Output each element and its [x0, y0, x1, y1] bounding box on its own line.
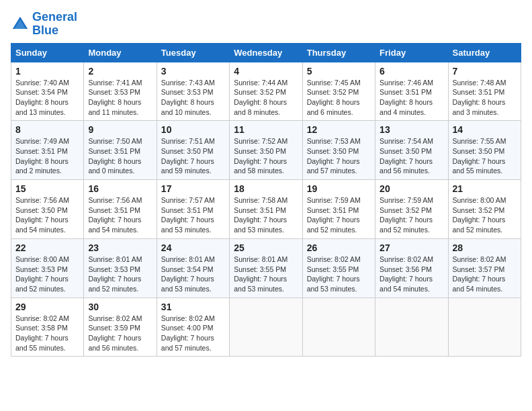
calendar-cell: 24Sunrise: 8:01 AM Sunset: 3:54 PM Dayli… — [157, 238, 229, 298]
calendar-cell: 11Sunrise: 7:52 AM Sunset: 3:50 PM Dayli… — [230, 121, 302, 180]
day-number: 24 — [161, 242, 225, 253]
day-number: 15 — [15, 183, 79, 194]
day-number: 27 — [380, 242, 443, 253]
calendar-cell — [448, 298, 521, 357]
day-number: 31 — [161, 302, 225, 312]
calendar-week-row: 8Sunrise: 7:49 AM Sunset: 3:51 PM Daylig… — [11, 121, 521, 180]
day-number: 20 — [380, 183, 443, 194]
calendar-cell: 21Sunrise: 8:00 AM Sunset: 3:52 PM Dayli… — [448, 180, 521, 239]
header: General Blue — [11, 11, 521, 38]
day-number: 19 — [307, 183, 371, 194]
day-number: 11 — [234, 124, 298, 135]
day-number: 13 — [380, 124, 443, 135]
day-number: 22 — [15, 242, 79, 253]
day-info: Sunrise: 7:51 AM Sunset: 3:50 PM Dayligh… — [161, 136, 225, 176]
day-number: 3 — [161, 66, 225, 77]
calendar-cell: 16Sunrise: 7:56 AM Sunset: 3:51 PM Dayli… — [84, 180, 157, 239]
day-info: Sunrise: 7:43 AM Sunset: 3:53 PM Dayligh… — [161, 78, 225, 118]
day-number: 10 — [161, 124, 225, 135]
day-info: Sunrise: 7:44 AM Sunset: 3:52 PM Dayligh… — [234, 78, 298, 118]
day-info: Sunrise: 7:54 AM Sunset: 3:50 PM Dayligh… — [380, 136, 443, 176]
calendar-cell: 8Sunrise: 7:49 AM Sunset: 3:51 PM Daylig… — [11, 121, 84, 180]
calendar-cell: 19Sunrise: 7:59 AM Sunset: 3:51 PM Dayli… — [302, 180, 375, 239]
calendar-cell: 27Sunrise: 8:02 AM Sunset: 3:56 PM Dayli… — [375, 238, 448, 298]
day-info: Sunrise: 7:49 AM Sunset: 3:51 PM Dayligh… — [15, 136, 79, 176]
calendar-cell: 30Sunrise: 8:02 AM Sunset: 3:59 PM Dayli… — [84, 298, 157, 357]
day-number: 9 — [88, 124, 152, 135]
weekday-header: Wednesday — [230, 43, 302, 62]
calendar-cell — [302, 298, 375, 357]
day-info: Sunrise: 8:02 AM Sunset: 3:57 PM Dayligh… — [453, 255, 517, 294]
calendar-cell: 15Sunrise: 7:56 AM Sunset: 3:50 PM Dayli… — [11, 180, 84, 239]
day-number: 29 — [15, 302, 79, 312]
day-info: Sunrise: 8:02 AM Sunset: 4:00 PM Dayligh… — [161, 314, 225, 353]
calendar-cell: 1Sunrise: 7:40 AM Sunset: 3:54 PM Daylig… — [11, 62, 84, 121]
day-info: Sunrise: 8:01 AM Sunset: 3:55 PM Dayligh… — [234, 255, 298, 294]
calendar-cell: 13Sunrise: 7:54 AM Sunset: 3:50 PM Dayli… — [375, 121, 448, 180]
day-number: 1 — [15, 66, 79, 77]
calendar-cell: 20Sunrise: 7:59 AM Sunset: 3:52 PM Dayli… — [375, 180, 448, 239]
calendar-cell: 3Sunrise: 7:43 AM Sunset: 3:53 PM Daylig… — [157, 62, 229, 121]
calendar-week-row: 29Sunrise: 8:02 AM Sunset: 3:58 PM Dayli… — [11, 298, 521, 357]
day-number: 16 — [88, 183, 152, 194]
day-number: 26 — [307, 242, 371, 253]
calendar-week-row: 1Sunrise: 7:40 AM Sunset: 3:54 PM Daylig… — [11, 62, 521, 121]
day-info: Sunrise: 7:57 AM Sunset: 3:51 PM Dayligh… — [161, 195, 225, 235]
day-info: Sunrise: 8:02 AM Sunset: 3:56 PM Dayligh… — [380, 255, 443, 294]
day-info: Sunrise: 7:48 AM Sunset: 3:51 PM Dayligh… — [453, 78, 517, 118]
calendar-cell — [375, 298, 448, 357]
weekday-header: Friday — [375, 43, 448, 62]
day-number: 30 — [88, 302, 152, 312]
day-number: 12 — [307, 124, 371, 135]
day-info: Sunrise: 8:02 AM Sunset: 3:55 PM Dayligh… — [307, 255, 371, 294]
logo: General Blue — [11, 11, 77, 38]
day-info: Sunrise: 8:00 AM Sunset: 3:53 PM Dayligh… — [15, 255, 79, 294]
weekday-header: Saturday — [448, 43, 521, 62]
day-info: Sunrise: 7:53 AM Sunset: 3:50 PM Dayligh… — [307, 136, 371, 176]
day-info: Sunrise: 8:02 AM Sunset: 3:58 PM Dayligh… — [15, 314, 79, 353]
day-info: Sunrise: 7:46 AM Sunset: 3:51 PM Dayligh… — [380, 78, 443, 118]
calendar-cell: 14Sunrise: 7:55 AM Sunset: 3:50 PM Dayli… — [448, 121, 521, 180]
day-info: Sunrise: 8:01 AM Sunset: 3:54 PM Dayligh… — [161, 255, 225, 294]
day-info: Sunrise: 7:45 AM Sunset: 3:52 PM Dayligh… — [307, 78, 371, 118]
day-info: Sunrise: 7:58 AM Sunset: 3:51 PM Dayligh… — [234, 195, 298, 235]
calendar-cell: 10Sunrise: 7:51 AM Sunset: 3:50 PM Dayli… — [157, 121, 229, 180]
day-number: 7 — [453, 66, 517, 77]
day-number: 28 — [453, 242, 517, 253]
day-info: Sunrise: 8:01 AM Sunset: 3:53 PM Dayligh… — [88, 255, 152, 294]
calendar-cell: 23Sunrise: 8:01 AM Sunset: 3:53 PM Dayli… — [84, 238, 157, 298]
calendar-cell — [230, 298, 302, 357]
calendar-week-row: 15Sunrise: 7:56 AM Sunset: 3:50 PM Dayli… — [11, 180, 521, 239]
day-number: 25 — [234, 242, 298, 253]
calendar-cell: 4Sunrise: 7:44 AM Sunset: 3:52 PM Daylig… — [230, 62, 302, 121]
day-info: Sunrise: 7:59 AM Sunset: 3:51 PM Dayligh… — [307, 195, 371, 235]
calendar-week-row: 22Sunrise: 8:00 AM Sunset: 3:53 PM Dayli… — [11, 238, 521, 298]
calendar-cell: 26Sunrise: 8:02 AM Sunset: 3:55 PM Dayli… — [302, 238, 375, 298]
calendar-cell: 25Sunrise: 8:01 AM Sunset: 3:55 PM Dayli… — [230, 238, 302, 298]
calendar-cell: 31Sunrise: 8:02 AM Sunset: 4:00 PM Dayli… — [157, 298, 229, 357]
day-info: Sunrise: 7:41 AM Sunset: 3:53 PM Dayligh… — [88, 78, 152, 118]
weekday-header: Tuesday — [157, 43, 229, 62]
calendar-header-row: SundayMondayTuesdayWednesdayThursdayFrid… — [11, 43, 521, 62]
calendar-cell: 28Sunrise: 8:02 AM Sunset: 3:57 PM Dayli… — [448, 238, 521, 298]
day-number: 14 — [453, 124, 517, 135]
day-number: 6 — [380, 66, 443, 77]
calendar-cell: 22Sunrise: 8:00 AM Sunset: 3:53 PM Dayli… — [11, 238, 84, 298]
day-info: Sunrise: 7:52 AM Sunset: 3:50 PM Dayligh… — [234, 136, 298, 176]
calendar-cell: 29Sunrise: 8:02 AM Sunset: 3:58 PM Dayli… — [11, 298, 84, 357]
day-number: 23 — [88, 242, 152, 253]
calendar-cell: 17Sunrise: 7:57 AM Sunset: 3:51 PM Dayli… — [157, 180, 229, 239]
weekday-header: Sunday — [11, 43, 84, 62]
day-info: Sunrise: 7:56 AM Sunset: 3:51 PM Dayligh… — [88, 195, 152, 235]
calendar-cell: 2Sunrise: 7:41 AM Sunset: 3:53 PM Daylig… — [84, 62, 157, 121]
calendar-cell: 18Sunrise: 7:58 AM Sunset: 3:51 PM Dayli… — [230, 180, 302, 239]
calendar-table: SundayMondayTuesdayWednesdayThursdayFrid… — [11, 43, 521, 357]
calendar-cell: 9Sunrise: 7:50 AM Sunset: 3:51 PM Daylig… — [84, 121, 157, 180]
day-info: Sunrise: 7:55 AM Sunset: 3:50 PM Dayligh… — [453, 136, 517, 176]
weekday-header: Monday — [84, 43, 157, 62]
logo-icon — [11, 15, 30, 34]
day-number: 8 — [15, 124, 79, 135]
calendar-cell: 6Sunrise: 7:46 AM Sunset: 3:51 PM Daylig… — [375, 62, 448, 121]
logo-text: General Blue — [32, 11, 77, 38]
day-number: 4 — [234, 66, 298, 77]
